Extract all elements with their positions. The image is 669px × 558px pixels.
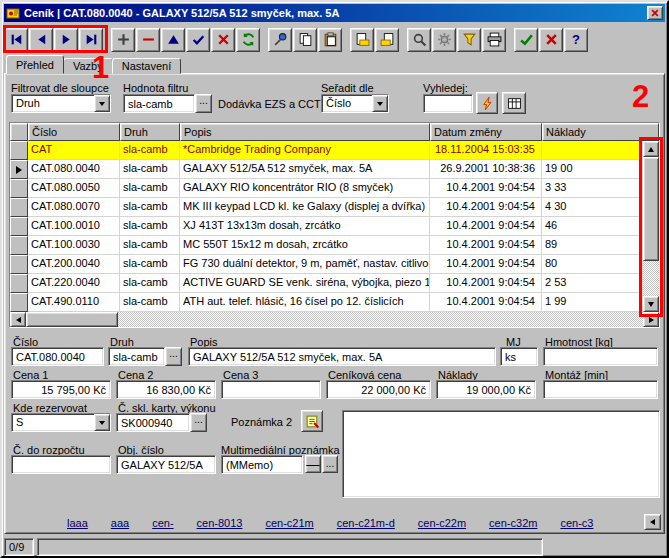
table-row[interactable]: CAT.080.0050 sla-camb GALAXY RIO koncent… <box>10 179 643 198</box>
skl-karty-field[interactable] <box>116 413 190 432</box>
title-bar[interactable]: Ceník | CAT.080.0040 - GALAXY 512/5A 512… <box>4 4 665 22</box>
bottom-tab[interactable]: cen-8013 <box>197 517 243 529</box>
insert-record-button[interactable] <box>111 28 135 52</box>
filter-column-select[interactable]: Druh <box>11 94 111 113</box>
table-row[interactable]: CAT sla-camb *Cambridge Trading Company … <box>10 141 643 160</box>
column-header-druh[interactable]: Druh <box>120 123 180 141</box>
popis-field[interactable] <box>188 347 496 366</box>
naklady-field[interactable] <box>436 380 536 399</box>
delete-record-button[interactable] <box>136 28 160 52</box>
first-record-button[interactable] <box>4 28 28 52</box>
bottom-tab[interactable]: cen-c32m <box>489 517 537 529</box>
grid-header: Číslo Druh Popis Datum změny Náklady <box>10 123 659 141</box>
mm-poznamka-field[interactable] <box>221 455 303 474</box>
chevron-down-icon[interactable] <box>372 95 388 112</box>
vertical-scroll-thumb[interactable] <box>643 157 659 261</box>
last-record-button[interactable] <box>79 28 103 52</box>
edit-record-button[interactable] <box>161 28 185 52</box>
cancel-edit-button[interactable] <box>211 28 235 52</box>
tab-label: Vazby <box>73 60 103 72</box>
tab-nastaveni[interactable]: Nastavení <box>112 58 182 74</box>
table-row[interactable]: CAT.220.0040 sla-camb ACTIVE GUARD SE ve… <box>10 274 643 293</box>
search-execute-button[interactable] <box>476 92 498 114</box>
table-row[interactable]: CAT.490.0110 sla-camb ATH aut. telef. hl… <box>10 293 643 312</box>
bottom-tab[interactable]: laaa <box>67 517 88 529</box>
column-header-cislo[interactable]: Číslo <box>28 123 120 141</box>
pin-button[interactable] <box>268 28 292 52</box>
cislo-field[interactable] <box>11 347 104 366</box>
horizontal-scroll-thumb[interactable] <box>26 312 118 327</box>
bottom-tabs-scroll-left-button[interactable] <box>644 514 661 530</box>
tab-vazby[interactable]: Vazby <box>63 58 113 74</box>
table-row[interactable]: CAT.100.0030 sla-camb MC 550T 15x12 m do… <box>10 236 643 255</box>
vertical-scroll-track[interactable] <box>643 261 659 296</box>
mj-field[interactable] <box>500 347 538 366</box>
chevron-down-icon[interactable] <box>94 95 110 112</box>
next-record-button[interactable] <box>54 28 78 52</box>
bottom-tab[interactable]: cen-c22m <box>418 517 466 529</box>
cell-datum: 10.4.2001 9:04:54 <box>430 236 542 255</box>
refresh-button[interactable] <box>236 28 260 52</box>
cell-popis: FG 730 duální detektor, 9 m, paměť, nast… <box>180 255 430 274</box>
paste-button[interactable] <box>318 28 342 52</box>
poznamka2-memo[interactable] <box>342 410 660 498</box>
settings-button[interactable] <box>432 28 456 52</box>
table-row[interactable]: CAT.080.0040 sla-camb GALAXY 512/5A 512 … <box>10 160 643 179</box>
search-button[interactable] <box>407 28 431 52</box>
mm-minus-button[interactable]: — <box>305 455 321 473</box>
druh-field[interactable] <box>108 347 165 366</box>
bottom-tab[interactable]: cen-c3 <box>560 517 593 529</box>
sort-select[interactable]: Číslo <box>321 94 389 113</box>
cena2-field[interactable] <box>116 380 216 399</box>
table-row[interactable]: CAT.100.0010 sla-camb XJ 413T 13x13m dos… <box>10 217 643 236</box>
browse-button[interactable] <box>502 92 526 114</box>
column-header-datum[interactable]: Datum změny <box>430 123 542 141</box>
table-row[interactable]: CAT.200.0040 sla-camb FG 730 duální dete… <box>10 255 643 274</box>
tab-prehled[interactable]: Přehled <box>6 55 64 74</box>
hmotnost-field[interactable] <box>543 347 658 366</box>
cell-popis: *Cambridge Trading Company <box>180 141 430 160</box>
skl-karty-ellipsis-button[interactable]: ... <box>190 413 207 432</box>
filter-column-label: Filtrovat dle sloupce <box>11 82 109 94</box>
paste-icon <box>323 32 338 47</box>
close-toolbar-button[interactable] <box>539 28 563 52</box>
mm-ellipsis-button[interactable]: ... <box>322 455 338 473</box>
rozpocet-field[interactable] <box>11 455 111 474</box>
copy-record-button[interactable] <box>350 28 374 52</box>
kde-rezervovat-select[interactable]: S <box>11 413 111 432</box>
copy-button[interactable] <box>293 28 317 52</box>
bottom-tab[interactable]: aaa <box>111 517 129 529</box>
cenikova-field[interactable] <box>326 380 431 399</box>
bottom-tab[interactable]: cen-c21m-d <box>337 517 395 529</box>
column-header-popis[interactable]: Popis <box>180 123 430 141</box>
horizontal-scrollbar[interactable] <box>10 312 659 327</box>
print-button[interactable] <box>482 28 506 52</box>
horizontal-scroll-track[interactable] <box>118 312 643 327</box>
montaz-field[interactable] <box>543 380 658 399</box>
bottom-tab[interactable]: cen- <box>152 517 173 529</box>
bottom-tab[interactable]: cen-c21m <box>265 517 313 529</box>
vertical-scrollbar[interactable] <box>643 141 659 312</box>
cena1-field[interactable] <box>11 380 111 399</box>
prior-record-button[interactable] <box>29 28 53 52</box>
obj-cislo-field[interactable] <box>116 455 216 474</box>
filter-button[interactable] <box>457 28 481 52</box>
filter-value-input[interactable] <box>123 94 195 113</box>
poznamka2-note-button[interactable] <box>301 410 323 432</box>
chevron-down-icon[interactable] <box>94 414 110 431</box>
help-button[interactable]: ? <box>564 28 588 52</box>
filter-value-ellipsis-button[interactable]: ... <box>195 94 212 113</box>
scroll-up-button[interactable] <box>643 141 659 157</box>
column-header-naklady[interactable]: Náklady <box>542 123 659 141</box>
close-button[interactable] <box>647 6 663 20</box>
table-row[interactable]: CAT.080.0070 sla-camb MK III keypad LCD … <box>10 198 643 217</box>
scroll-left-button[interactable] <box>10 312 26 327</box>
post-edit-button[interactable] <box>186 28 210 52</box>
paste-record-button[interactable] <box>375 28 399 52</box>
scroll-right-button[interactable] <box>643 312 659 327</box>
search-input[interactable] <box>423 94 473 113</box>
scroll-down-button[interactable] <box>643 296 659 312</box>
cena3-field[interactable] <box>221 380 321 399</box>
confirm-button[interactable] <box>514 28 538 52</box>
druh-ellipsis-button[interactable]: ... <box>165 347 182 366</box>
